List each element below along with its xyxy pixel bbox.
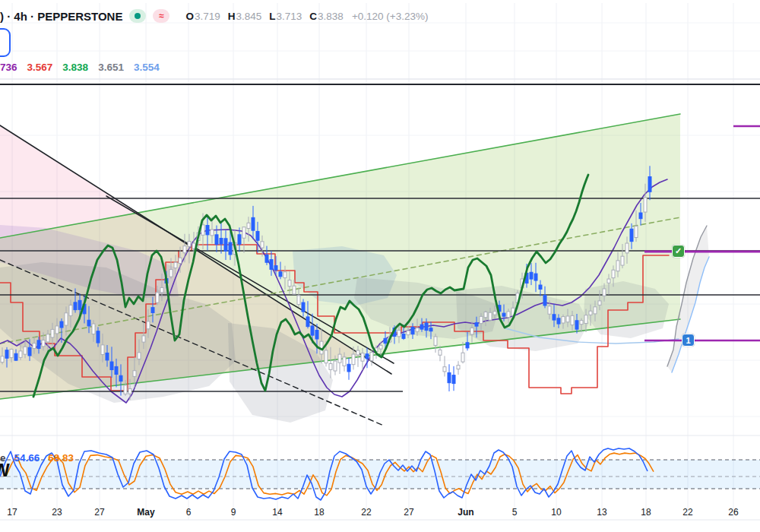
high-value: 3.845: [236, 11, 261, 22]
indicator-value: 3.567: [27, 62, 53, 73]
date-axis-label: 6: [186, 507, 192, 518]
date-axis-label: Jun: [458, 507, 473, 518]
close-value: 3.838: [318, 11, 344, 22]
watermark-fragment: W: [0, 461, 10, 481]
close-label: C: [309, 11, 317, 22]
date-axis[interactable]: 172327May6914182227Jun51013182226: [0, 507, 760, 521]
date-axis-label: 17: [7, 507, 17, 518]
date-axis-label: 22: [682, 507, 692, 518]
ohlc-readout: O3.719 H3.845 L3.713 C3.838 +0.120 (+3.2…: [185, 11, 428, 22]
date-axis-label: 13: [597, 507, 606, 518]
low-value: 3.713: [277, 11, 302, 22]
low-label: L: [269, 11, 275, 22]
open-value: 3.719: [195, 11, 220, 22]
date-axis-label: 27: [404, 507, 413, 518]
indicator-value: 3.838: [62, 62, 88, 73]
stoch-legend: e 54.66 68.83: [0, 452, 74, 464]
indicator-values-row: 7363.5673.8383.6513.554: [0, 62, 160, 73]
market-status-icon[interactable]: [129, 9, 146, 23]
indicator-value: 736: [0, 62, 17, 73]
symbol-header[interactable]: ) · 4h · PEPPERSTONE ≈ O3.719 H3.845 L3.…: [0, 9, 428, 23]
high-label: H: [228, 11, 236, 22]
date-axis-label: May: [137, 507, 154, 518]
date-axis-label: 26: [728, 507, 738, 518]
date-axis-label: 14: [272, 507, 282, 518]
date-axis-label: 10: [551, 507, 561, 518]
date-axis-label: 22: [361, 507, 371, 518]
date-axis-label: 23: [52, 507, 62, 518]
symbol-title[interactable]: ) · 4h · PEPPERSTONE: [0, 10, 122, 23]
date-axis-label: 9: [231, 507, 236, 518]
date-axis-label: 18: [314, 507, 324, 518]
stoch-k-value: 54.66: [14, 452, 40, 464]
open-label: O: [185, 11, 194, 22]
level-number-badge[interactable]: 1: [682, 334, 695, 347]
date-axis-label: 18: [641, 507, 651, 518]
chart-window: { "header": { "title": ") · 4h · PEPPERS…: [0, 0, 760, 532]
stoch-d-value: 68.83: [48, 452, 74, 464]
change-value: +0.120 (+3.23%): [352, 11, 429, 22]
green-dot-icon: [135, 13, 141, 19]
chart-canvas[interactable]: [0, 0, 760, 532]
indicator-value: 3.554: [134, 62, 160, 73]
indicator-value: 3.651: [98, 62, 124, 73]
drawing-toolbar-button[interactable]: [0, 28, 11, 57]
level-check-badge[interactable]: ✓: [672, 245, 685, 258]
date-axis-label: 5: [512, 507, 518, 518]
notification-wave-icon[interactable]: ≈: [153, 9, 169, 23]
date-axis-label: 27: [94, 507, 104, 518]
